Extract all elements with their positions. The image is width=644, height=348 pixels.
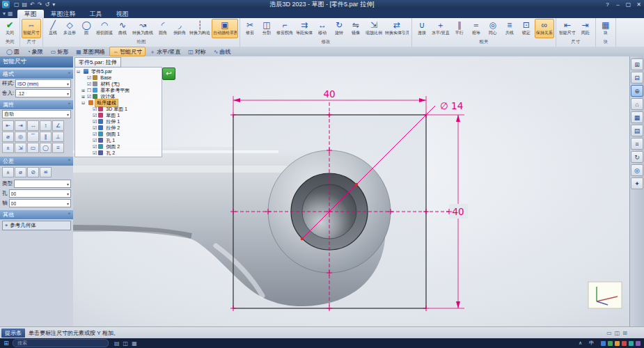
- tree-item[interactable]: ☑ 倒圆 2: [75, 143, 162, 150]
- ribbon-button[interactable]: ┆转换为构造: [188, 19, 212, 38]
- ribbon-tab[interactable]: 草图: [17, 10, 44, 18]
- command-bar-toggle[interactable]: ◔ 象限: [24, 47, 47, 56]
- type-select[interactable]: ▾: [14, 180, 71, 188]
- tray-icon[interactable]: [615, 341, 620, 346]
- ribbon-button[interactable]: ⇄转换实体引用: [384, 19, 410, 38]
- ribbon-button[interactable]: ◞倒斜角: [171, 19, 188, 38]
- tree-checkbox[interactable]: ☑: [93, 106, 97, 112]
- ribbon-button[interactable]: ↻旋转: [331, 19, 347, 38]
- tree-checkbox[interactable]: ☑: [93, 113, 97, 118]
- ribbon-button[interactable]: ∿曲线: [114, 19, 131, 38]
- qat-icon[interactable]: ↶: [30, 1, 35, 9]
- tree-checkbox[interactable]: ☑: [93, 125, 97, 131]
- command-bar-toggle[interactable]: ◯ 圆: [3, 47, 23, 56]
- taskbar-app-icon[interactable]: ◫: [123, 340, 129, 347]
- dimension-tool-button[interactable]: ⌒: [27, 132, 39, 142]
- dimension-tool-button[interactable]: ⇤: [2, 120, 14, 131]
- tree-checkbox[interactable]: ☑: [93, 119, 97, 125]
- dimension-diameter-value[interactable]: ∅ 14: [440, 100, 463, 111]
- dimension-tool-button[interactable]: ±: [2, 143, 14, 153]
- ribbon-button[interactable]: ∞保持关系: [535, 19, 554, 38]
- viewport-3d[interactable]: 40 40 ∅ 14 零件5.par: 拉伸 ↩: [73, 56, 630, 327]
- window-control-button[interactable]: ✕: [634, 1, 644, 9]
- tray-icon[interactable]: [601, 341, 606, 346]
- sketch-point[interactable]: [301, 237, 304, 241]
- section-properties[interactable]: 属性»: [0, 100, 73, 109]
- dimension-tool-button[interactable]: ↔: [27, 120, 39, 131]
- window-control-button[interactable]: ▢: [623, 1, 634, 9]
- tree-checkbox[interactable]: ☑: [87, 75, 91, 81]
- qat-icon[interactable]: ▢: [14, 1, 19, 9]
- tree-item[interactable]: ☑ 孔 2: [75, 150, 162, 156]
- dimension-tool-button[interactable]: ⇥: [15, 120, 26, 131]
- view-toolbar-button[interactable]: ⊟: [631, 72, 643, 84]
- close-sketch-button[interactable]: ↩: [162, 68, 175, 80]
- dimension-tool-button[interactable]: ▭: [27, 143, 39, 153]
- ribbon-button[interactable]: ▣自动描绘草图: [212, 19, 238, 38]
- tolerance-row-select[interactable]: 00▾: [9, 199, 72, 207]
- dimension-width-value[interactable]: 40: [323, 88, 335, 100]
- view-toolbar-button[interactable]: ▦: [631, 111, 643, 123]
- ribbon-button[interactable]: ⊡锁定: [518, 19, 535, 38]
- dimension-tool-button[interactable]: ∥: [40, 132, 52, 142]
- tree-checkbox[interactable]: ☐: [87, 88, 91, 93]
- ribbon-button[interactable]: ＋水平/竖直: [430, 19, 451, 38]
- tabrow-icon[interactable]: ▾: [3, 10, 6, 17]
- tree-checkbox[interactable]: ☑: [93, 132, 97, 137]
- sketch-point[interactable]: [355, 183, 359, 187]
- tree-item[interactable]: ⊞ ☐ 基本参考平面: [75, 87, 162, 93]
- tree-checkbox[interactable]: ☑: [93, 138, 97, 143]
- window-control-button[interactable]: ?: [602, 1, 613, 9]
- statusbar-icon[interactable]: ◫: [615, 330, 620, 336]
- ribbon-tab[interactable]: 工具: [83, 10, 109, 18]
- dimension-tool-button[interactable]: ↕: [40, 120, 52, 131]
- dimension-tool-button[interactable]: ⊥: [52, 132, 64, 142]
- dimension-tool-button[interactable]: ◯: [40, 143, 52, 153]
- tree-checkbox[interactable]: ☑: [87, 81, 91, 87]
- tray-icon[interactable]: [629, 341, 634, 346]
- ribbon-button[interactable]: ⇉等距实体: [294, 19, 314, 38]
- tree-expander-icon[interactable]: ⊞: [81, 88, 86, 93]
- view-toolbar-button[interactable]: ≡: [631, 138, 643, 150]
- tolerance-mode-button[interactable]: ⌀: [15, 167, 26, 177]
- view-toolbar-button[interactable]: ◎: [631, 164, 643, 176]
- qat-icon[interactable]: ▤: [22, 1, 28, 9]
- ribbon-button[interactable]: ⇋镜像: [347, 19, 364, 38]
- ribbon-button[interactable]: ◜圆角: [155, 19, 171, 38]
- view-toolbar-button[interactable]: ↻: [631, 151, 643, 163]
- ribbon-button[interactable]: ∪连接: [414, 19, 430, 38]
- view-toolbar-button[interactable]: ⊞: [631, 58, 643, 70]
- ribbon-button[interactable]: ◇多边形: [61, 19, 78, 38]
- tree-expander-icon[interactable]: ⊟: [81, 100, 86, 105]
- ribbon-tab[interactable]: 草图注释: [44, 10, 83, 18]
- tabrow-icon[interactable]: ▦: [8, 10, 13, 17]
- ribbon-button[interactable]: ◠相切圆弧: [95, 19, 114, 38]
- view-toolbar-button[interactable]: ⊕: [631, 85, 643, 97]
- taskbar-app-icon[interactable]: ▤: [114, 340, 120, 347]
- section-format[interactable]: 格式»: [0, 70, 73, 79]
- tree-expander-icon[interactable]: ⊟: [77, 69, 81, 74]
- tolerance-mode-button[interactable]: ≌: [40, 167, 52, 177]
- qat-icon[interactable]: ↺: [45, 1, 50, 9]
- ribbon-button[interactable]: ⌐修剪拐角: [275, 19, 294, 38]
- ribbon-button[interactable]: ⇲缩放比例: [364, 19, 384, 38]
- start-button[interactable]: ⊞: [0, 340, 13, 347]
- ribbon-button[interactable]: ↝转换为曲线: [131, 19, 155, 38]
- dimension-tool-button[interactable]: ∠: [52, 120, 64, 131]
- tray-icon[interactable]: [608, 341, 613, 346]
- ribbon-button[interactable]: ＝相等: [468, 19, 485, 38]
- view-toolbar-button[interactable]: ▤: [631, 125, 643, 136]
- round-select[interactable]: .12▾: [15, 89, 71, 97]
- tray-icon[interactable]: 中: [589, 340, 599, 347]
- ribbon-button[interactable]: ⇤智能尺寸: [558, 19, 577, 38]
- command-bar-toggle[interactable]: ◫ 对称: [184, 47, 210, 56]
- ribbon-button[interactable]: ↔移动: [314, 19, 331, 38]
- tree-item[interactable]: ⊟ 零件5.par: [75, 68, 162, 74]
- ribbon-button[interactable]: ╱直线: [45, 19, 61, 38]
- ribbon-button[interactable]: ∥平行: [451, 19, 468, 38]
- tree-item[interactable]: ⊞ ☑ 设计体: [75, 93, 162, 100]
- ribbon-tab[interactable]: 视图: [109, 10, 136, 18]
- command-bar-toggle[interactable]: ⇔ 智能尺寸: [109, 47, 146, 56]
- tolerance-row-select[interactable]: 00▾: [9, 189, 72, 198]
- command-bar-toggle[interactable]: ＋ 水平/竖直: [146, 47, 184, 56]
